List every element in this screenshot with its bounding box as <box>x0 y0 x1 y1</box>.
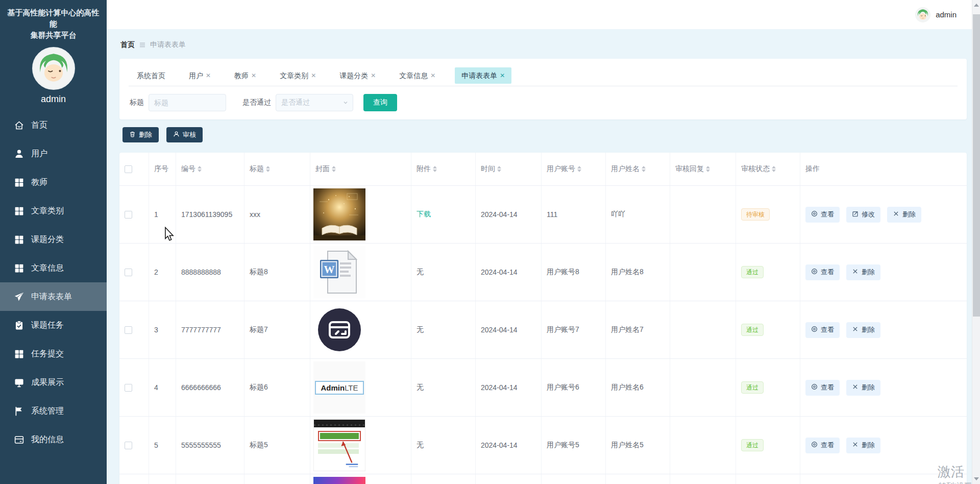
sidebar-item[interactable]: 申请表表单 <box>0 282 107 311</box>
row-checkbox[interactable] <box>125 211 132 219</box>
cell-index: 4 <box>149 359 176 416</box>
row-checkbox[interactable] <box>125 384 132 392</box>
search-button[interactable]: 查询 <box>363 94 397 111</box>
sort-caret[interactable] <box>198 166 202 172</box>
sidebar-item[interactable]: 文章类别 <box>0 197 107 225</box>
sidebar-item[interactable]: 教师 <box>0 168 107 197</box>
cell-status <box>736 474 800 484</box>
sort-caret[interactable] <box>266 166 270 172</box>
vertical-scrollbar[interactable] <box>972 0 980 484</box>
tab-item[interactable]: 文章信息✕ <box>395 67 439 84</box>
action-label: 删除 <box>862 383 875 392</box>
tab-close-icon[interactable]: ✕ <box>251 72 256 79</box>
header-cell-time: 时间 <box>476 153 542 185</box>
grid-icon <box>14 206 24 216</box>
scroll-up-icon[interactable] <box>974 4 979 7</box>
delete-row-button[interactable]: 删除 <box>887 207 921 223</box>
cell-ops <box>800 474 967 484</box>
delete-row-button[interactable]: 删除 <box>846 322 880 338</box>
tab-close-icon[interactable]: ✕ <box>500 72 505 79</box>
sort-caret[interactable] <box>642 166 646 172</box>
grid-icon <box>14 349 24 359</box>
sidebar-item[interactable]: 系统管理 <box>0 397 107 425</box>
tab-label: 用户 <box>189 72 203 79</box>
row-checkbox[interactable] <box>125 269 132 276</box>
table-row: 55555555555标题5无2024-04-14用户账号5用户姓名5通过查看删… <box>119 416 967 474</box>
sidebar-item[interactable]: 课题分类 <box>0 225 107 254</box>
flag-icon <box>14 406 24 417</box>
sort-caret[interactable] <box>577 166 581 172</box>
view-button[interactable]: 查看 <box>805 380 840 396</box>
cell-code <box>176 474 244 484</box>
row-checkbox[interactable] <box>125 326 132 334</box>
breadcrumb-home[interactable]: 首页 <box>120 40 135 50</box>
cell-status: 通过 <box>736 244 800 301</box>
tab-item[interactable]: 教师✕ <box>230 67 260 84</box>
tab-close-icon[interactable]: ✕ <box>311 72 316 79</box>
tab-close-icon[interactable]: ✕ <box>430 72 435 79</box>
download-link[interactable]: 下载 <box>416 210 431 219</box>
delete-row-button[interactable]: 删除 <box>846 438 880 453</box>
sort-caret[interactable] <box>706 166 710 172</box>
pass-filter-select[interactable]: 是否通过 <box>276 94 353 111</box>
cell-cover: AdminLTE <box>310 359 411 416</box>
tab-label: 申请表表单 <box>461 72 497 79</box>
scroll-down-icon[interactable] <box>974 477 979 480</box>
tab-item[interactable]: 申请表表单✕ <box>455 67 511 84</box>
row-checkbox[interactable] <box>125 442 132 449</box>
sidebar-item-label: 用户 <box>31 149 47 159</box>
tab-close-icon[interactable]: ✕ <box>371 72 376 79</box>
sidebar-item[interactable]: 文章信息 <box>0 254 107 282</box>
cell-account: 用户账号7 <box>542 301 606 358</box>
header-cell-cover: 封面 <box>310 153 411 185</box>
review-button[interactable]: 审核 <box>166 127 203 142</box>
sidebar-item-label: 教师 <box>31 177 47 188</box>
column-label: 封面 <box>315 164 330 174</box>
sidebar-item[interactable]: 用户 <box>0 139 107 168</box>
sidebar-item[interactable]: 任务提交 <box>0 340 107 368</box>
sidebar-item-label: 申请表表单 <box>31 292 72 302</box>
view-button[interactable]: 查看 <box>805 264 840 280</box>
clipboard-check-icon <box>14 320 24 331</box>
cell-reply <box>670 417 736 474</box>
avatar[interactable] <box>915 7 930 22</box>
tab-item[interactable]: 课题分类✕ <box>335 67 380 84</box>
person-icon <box>173 131 180 139</box>
x-icon <box>852 268 859 276</box>
header-username[interactable]: admin <box>936 10 957 19</box>
table-row: 37777777777标题7无2024-04-14用户账号7用户姓名7通过查看删… <box>119 301 967 358</box>
cell-status: 通过 <box>736 301 800 358</box>
status-badge: 通过 <box>741 324 764 336</box>
tab-label: 系统首页 <box>137 72 165 79</box>
attachment-text: 无 <box>416 441 424 450</box>
select-all-checkbox[interactable] <box>125 165 132 173</box>
cell-index <box>149 474 176 484</box>
edit-button[interactable]: 修改 <box>846 207 880 223</box>
trash-icon <box>129 131 136 139</box>
cell-select <box>119 359 149 416</box>
delete-row-button[interactable]: 删除 <box>846 380 880 396</box>
scrollbar-thumb[interactable] <box>973 14 980 317</box>
sort-caret[interactable] <box>332 166 336 172</box>
sidebar-item[interactable]: 我的信息 <box>0 425 107 454</box>
sidebar-item[interactable]: 成果展示 <box>0 368 107 397</box>
title-filter-input[interactable] <box>149 94 226 111</box>
sidebar-item[interactable]: 课题任务 <box>0 311 107 340</box>
eye-icon <box>811 326 818 334</box>
sidebar-item[interactable]: 首页 <box>0 111 107 139</box>
delete-row-button[interactable]: 删除 <box>846 264 880 280</box>
tab-item[interactable]: 用户✕ <box>185 67 215 84</box>
sort-caret[interactable] <box>433 166 437 172</box>
review-button-label: 审核 <box>183 130 196 139</box>
delete-button[interactable]: 删除 <box>122 127 159 142</box>
delete-button-label: 删除 <box>139 130 152 139</box>
sort-caret[interactable] <box>772 166 776 172</box>
tab-item[interactable]: 系统首页 <box>133 67 169 84</box>
attachment-text: 无 <box>416 383 424 392</box>
view-button[interactable]: 查看 <box>805 322 840 338</box>
view-button[interactable]: 查看 <box>805 207 840 223</box>
view-button[interactable]: 查看 <box>805 438 840 453</box>
sort-caret[interactable] <box>497 166 501 172</box>
tab-close-icon[interactable]: ✕ <box>206 72 211 79</box>
tab-item[interactable]: 文章类别✕ <box>276 67 320 84</box>
